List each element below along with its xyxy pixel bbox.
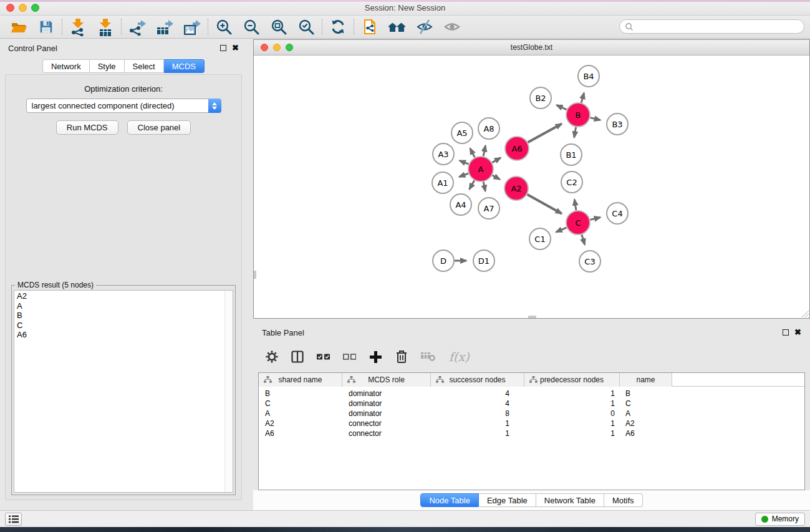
delete-columns-icon[interactable] (395, 350, 408, 364)
zoom-fit-content-icon[interactable] (265, 17, 292, 37)
table-settings-gear-icon[interactable] (266, 351, 278, 363)
graph-node-C3[interactable]: C3 (579, 251, 600, 272)
graph-node-A4[interactable]: A4 (450, 194, 471, 215)
column-header-successor-nodes[interactable]: successor nodes (431, 373, 524, 387)
mcds-result-list[interactable]: A2ABCA6 (14, 290, 233, 493)
tab-style[interactable]: Style (90, 59, 125, 73)
network-minimize-button[interactable] (273, 44, 281, 51)
graph-node-B[interactable]: B (566, 103, 590, 127)
network-zoom-button[interactable] (286, 44, 293, 51)
graph-edge-A-A2[interactable] (492, 175, 499, 180)
zoom-in-icon[interactable] (210, 17, 238, 37)
graph-node-A1[interactable]: A1 (432, 172, 453, 193)
import-table-from-file-icon[interactable] (92, 17, 119, 37)
tab-mcds[interactable]: MCDS (164, 59, 205, 73)
graph-edge-B-B3[interactable] (590, 118, 600, 120)
graph-node-B2[interactable]: B2 (530, 87, 551, 109)
export-image-icon[interactable] (178, 17, 206, 37)
graph-node-C[interactable]: C (566, 211, 590, 235)
graph-node-C2[interactable]: C2 (561, 172, 582, 193)
export-network-icon[interactable] (123, 17, 151, 37)
import-network-from-file-icon[interactable] (64, 17, 92, 37)
graph-node-B1[interactable]: B1 (561, 144, 582, 165)
column-header-shared-name[interactable]: shared name (259, 373, 342, 387)
graph-edge-A-A7[interactable] (483, 182, 485, 191)
open-session-icon[interactable] (5, 17, 32, 37)
graph-edge-A-A5[interactable] (470, 148, 475, 157)
graph-node-A6[interactable]: A6 (505, 137, 529, 160)
unselect-all-columns-icon[interactable] (343, 353, 356, 360)
graph-edge-C-C1[interactable] (556, 228, 567, 232)
graph-node-A7[interactable]: A7 (478, 198, 499, 219)
tab-node-table[interactable]: Node Table (420, 493, 479, 507)
tab-network-table[interactable]: Network Table (536, 493, 604, 507)
mcds-result-item[interactable]: B (14, 311, 233, 321)
network-canvas[interactable]: AA1A2A3A4A5A6A7A8BB1B2B3B4CC1C2C3C4DD1 (254, 56, 809, 318)
graph-edge-A-A1[interactable] (459, 173, 468, 177)
column-header-name[interactable]: name (620, 373, 672, 387)
horizontal-scroll-indicator[interactable] (528, 316, 536, 318)
column-header-mcds-role[interactable]: MCDS role (342, 373, 431, 387)
graph-node-D1[interactable]: D1 (473, 250, 494, 271)
zoom-out-icon[interactable] (238, 17, 265, 37)
float-panel-icon[interactable] (220, 45, 226, 51)
tab-select[interactable]: Select (125, 59, 164, 73)
graph-edge-A-A8[interactable] (483, 145, 485, 156)
memory-button[interactable]: Memory (755, 513, 805, 526)
graph-node-A5[interactable]: A5 (451, 122, 473, 143)
graph-node-A2[interactable]: A2 (504, 177, 528, 200)
create-new-column-icon[interactable] (369, 351, 382, 364)
column-header-predecessor-nodes[interactable]: predecessor nodes (524, 373, 620, 387)
tab-edge-table[interactable]: Edge Table (479, 493, 536, 507)
network-close-button[interactable] (261, 44, 268, 51)
graph-edge-A6-B[interactable] (528, 123, 562, 142)
table-row[interactable]: Bdominator41B (259, 389, 804, 399)
float-table-panel-icon[interactable] (783, 329, 789, 336)
create-network-from-file-icon[interactable] (356, 17, 383, 37)
network-window-titlebar[interactable]: testGlobe.txt (254, 40, 809, 56)
table-row[interactable]: Cdominator41C (259, 399, 804, 409)
result-list-scrollbar[interactable] (224, 291, 233, 492)
apply-preferred-layout-icon[interactable] (324, 17, 352, 37)
graph-node-A3[interactable]: A3 (433, 143, 454, 165)
run-mcds-button[interactable]: Run MCDS (56, 120, 118, 135)
tab-network[interactable]: Network (42, 59, 90, 73)
graph-edge-A-A3[interactable] (460, 160, 469, 164)
graph-node-A[interactable]: A (468, 157, 493, 181)
close-panel-icon[interactable]: ✖ (232, 45, 239, 51)
select-all-columns-icon[interactable] (317, 353, 330, 360)
show-all-icon[interactable] (438, 17, 466, 37)
show-column-icon[interactable] (291, 351, 304, 363)
mcds-result-item[interactable]: C (14, 321, 233, 331)
graph-node-A8[interactable]: A8 (478, 118, 499, 139)
search-input[interactable] (634, 21, 804, 32)
zoom-selected-region-icon[interactable] (292, 17, 320, 37)
graph-node-B4[interactable]: B4 (578, 65, 599, 87)
table-row[interactable]: A2connector11A2 (259, 418, 804, 428)
graph-edge-B-B4[interactable] (581, 93, 584, 103)
save-session-icon[interactable] (32, 17, 60, 37)
graph-edge-A-A4[interactable] (470, 180, 475, 189)
network-graph[interactable]: AA1A2A3A4A5A6A7A8BB1B2B3B4CC1C2C3C4DD1 (254, 56, 809, 318)
criterion-dropdown[interactable]: largest connected component (directed) (26, 99, 221, 113)
mcds-result-item[interactable]: A2 (14, 291, 233, 301)
vertical-scroll-indicator[interactable] (254, 271, 256, 279)
graph-node-D[interactable]: D (433, 250, 454, 271)
delete-table-icon-disabled[interactable] (421, 352, 436, 362)
mcds-result-item[interactable]: A6 (14, 330, 233, 340)
first-neighbors-icon[interactable] (383, 17, 411, 37)
tab-motifs[interactable]: Motifs (604, 493, 643, 507)
graph-edge-C-C3[interactable] (582, 235, 585, 244)
function-builder-icon-disabled[interactable]: f(x) (449, 350, 470, 364)
graph-node-C1[interactable]: C1 (529, 228, 551, 249)
graph-edge-A-A6[interactable] (492, 158, 501, 163)
graph-edge-B-B1[interactable] (574, 127, 576, 138)
close-table-panel-icon[interactable]: ✖ (794, 329, 801, 336)
export-table-icon[interactable] (151, 17, 178, 37)
table-row[interactable]: A6connector11A6 (259, 428, 804, 438)
graph-edge-C-C2[interactable] (574, 200, 576, 211)
graph-edge-A2-C[interactable] (527, 195, 561, 214)
graph-edge-C-C4[interactable] (590, 217, 600, 220)
mcds-result-item[interactable]: A (14, 301, 233, 311)
graph-node-B3[interactable]: B3 (607, 114, 628, 135)
